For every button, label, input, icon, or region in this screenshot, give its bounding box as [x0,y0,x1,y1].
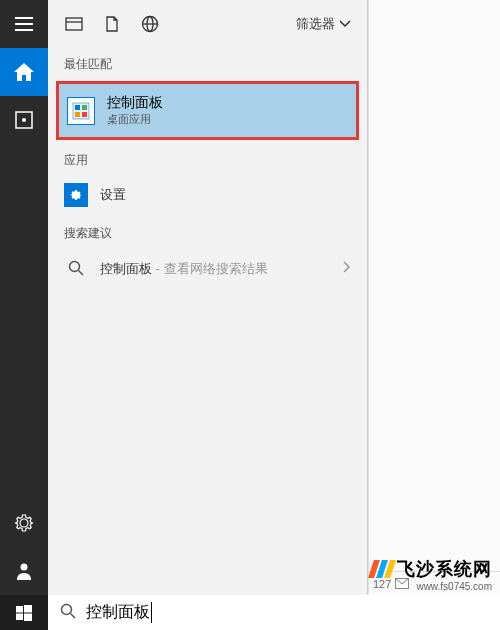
svg-rect-19 [16,606,23,613]
svg-point-16 [70,262,80,272]
suggestion-note: - 查看网络搜索结果 [152,261,268,276]
app-result-settings[interactable]: 设置 [48,173,367,217]
filter-label: 筛选器 [296,15,335,33]
user-icon [15,562,33,580]
hamburger-icon [15,17,33,31]
recent-icon [15,111,33,129]
svg-line-24 [71,613,76,618]
home-icon [14,63,34,81]
filter-dropdown[interactable]: 筛选器 [296,15,351,33]
control-panel-icon [67,97,95,125]
results-header: 筛选器 [48,0,367,48]
svg-rect-15 [82,112,87,117]
svg-point-4 [22,118,26,122]
search-input[interactable]: 控制面板 [86,602,152,623]
apps-view-icon[interactable] [64,14,84,34]
web-view-icon[interactable] [140,14,160,34]
windows-icon [16,605,32,621]
mail-icon [395,578,409,589]
best-match-label: 最佳匹配 [48,48,367,77]
svg-rect-2 [15,29,33,31]
home-button[interactable] [0,48,48,96]
recent-button[interactable] [0,96,48,144]
svg-rect-14 [75,112,80,117]
svg-rect-12 [75,105,80,110]
status-count: 127 [373,578,391,590]
chevron-right-icon [343,259,351,277]
suggestions-label: 搜索建议 [48,217,367,246]
best-match-result[interactable]: 控制面板 桌面应用 [56,81,359,140]
status-bar: 127 [369,571,500,595]
documents-view-icon[interactable] [102,14,122,34]
svg-rect-13 [82,105,87,110]
search-icon [60,603,76,623]
suggestion-label: 控制面板 [100,261,152,276]
svg-rect-0 [15,17,33,19]
best-match-title: 控制面板 [107,94,163,112]
best-match-subtitle: 桌面应用 [107,112,163,127]
search-icon [64,256,88,280]
settings-app-icon [64,183,88,207]
taskbar-search[interactable]: 控制面板 [48,595,500,630]
gear-icon [14,513,34,533]
settings-button[interactable] [0,499,48,547]
web-suggestion-row[interactable]: 控制面板 - 查看网络搜索结果 [48,246,367,290]
svg-rect-21 [16,613,23,620]
cortana-sidebar [0,0,48,595]
svg-rect-1 [15,23,33,25]
svg-point-5 [21,564,28,571]
svg-rect-20 [24,605,32,613]
background-panel: 127 [368,0,500,595]
app-result-label: 设置 [100,186,126,204]
chevron-down-icon [339,20,351,28]
svg-point-23 [62,604,72,614]
search-results-panel: 筛选器 最佳匹配 控制面板 桌面应用 应用 设置 搜索建议 控制面板 - 查看网… [48,0,368,595]
apps-label: 应用 [48,144,367,173]
menu-button[interactable] [0,0,48,48]
taskbar: 控制面板 [0,595,500,630]
start-button[interactable] [0,595,48,630]
svg-rect-22 [24,613,32,621]
svg-rect-6 [66,18,82,30]
user-button[interactable] [0,547,48,595]
svg-line-17 [79,271,84,276]
